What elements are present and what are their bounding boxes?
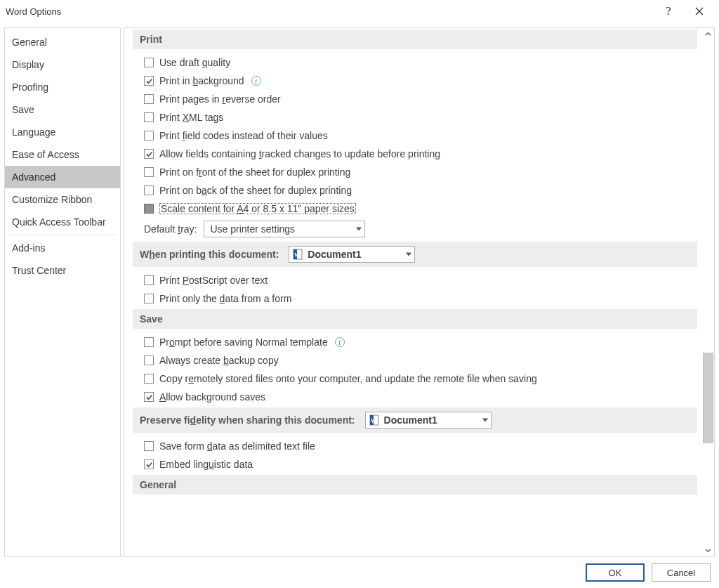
- opt-label: Print pages in reverse order: [159, 93, 281, 105]
- opt-label: Use draft quality: [159, 57, 230, 68]
- opt-only-form-data[interactable]: Print only the data from a form: [137, 289, 697, 308]
- section-header-printing-document: When printing this document: W Document1: [133, 242, 697, 267]
- checkbox-icon: [144, 337, 154, 347]
- opt-tracked-changes[interactable]: Allow fields containing tracked changes …: [137, 145, 697, 163]
- chevron-down-icon: [482, 419, 488, 422]
- printing-document-combo[interactable]: W Document1: [289, 246, 415, 263]
- section-title: When printing this document:: [140, 249, 279, 260]
- checkbox-icon: [144, 76, 154, 86]
- checkbox-icon: [144, 459, 154, 469]
- checkbox-icon: [144, 275, 154, 285]
- opt-draft-quality[interactable]: Use draft quality: [137, 53, 697, 72]
- combo-value: Use printer settings: [204, 223, 312, 235]
- opt-label: Save form data as delimited text file: [159, 440, 315, 452]
- opt-field-codes[interactable]: Print field codes instead of their value…: [137, 126, 697, 145]
- checkbox-icon: [144, 94, 154, 104]
- opt-label: Always create backup copy: [159, 355, 279, 366]
- checkbox-icon: [144, 112, 154, 122]
- word-document-icon: W: [292, 249, 303, 260]
- opt-embed-linguistic[interactable]: Embed linguistic data: [137, 455, 697, 473]
- section-header-fidelity: Preserve fidelity when sharing this docu…: [133, 407, 697, 433]
- scroll-up-icon[interactable]: [702, 28, 714, 40]
- opt-copy-remote[interactable]: Copy remotely stored files onto your com…: [137, 370, 697, 388]
- opt-backup-copy[interactable]: Always create backup copy: [137, 351, 697, 370]
- scroll-thumb[interactable]: [703, 353, 713, 443]
- opt-duplex-front[interactable]: Print on front of the sheet for duplex p…: [137, 163, 697, 181]
- sidebar-item-language[interactable]: Language: [5, 121, 120, 143]
- options-panel: Print Use draft quality Print in backgro…: [124, 27, 715, 557]
- info-icon[interactable]: i: [251, 76, 261, 86]
- opt-prompt-normal[interactable]: Prompt before saving Normal template i: [137, 333, 697, 351]
- combo-value: W Document1: [366, 414, 454, 426]
- sidebar-item-save[interactable]: Save: [5, 98, 120, 121]
- opt-print-xml-tags[interactable]: Print XML tags: [137, 108, 697, 126]
- opt-postscript[interactable]: Print PostScript over text: [137, 271, 697, 289]
- sidebar-item-display[interactable]: Display: [5, 53, 120, 76]
- default-tray-combo[interactable]: Use printer settings: [204, 221, 365, 237]
- checkbox-icon: [144, 204, 154, 214]
- scroll-track[interactable]: [702, 40, 714, 544]
- category-sidebar: General Display Proofing Save Language E…: [4, 27, 121, 557]
- sidebar-separator: [9, 235, 116, 235]
- svg-text:W: W: [371, 418, 376, 424]
- checkbox-icon: [144, 58, 154, 67]
- section-header-general: General: [133, 475, 697, 495]
- sidebar-item-add-ins[interactable]: Add-ins: [5, 237, 120, 259]
- checkbox-icon: [144, 131, 154, 141]
- dialog-footer: OK Cancel: [0, 557, 719, 588]
- checkbox-icon: [144, 374, 154, 384]
- scroll-down-icon[interactable]: [702, 544, 714, 556]
- sidebar-item-advanced[interactable]: Advanced: [5, 166, 120, 188]
- checkbox-icon: [144, 185, 154, 195]
- section-header-print: Print: [133, 30, 697, 49]
- opt-label: Print PostScript over text: [159, 275, 268, 286]
- opt-print-background[interactable]: Print in background i: [137, 72, 697, 90]
- sidebar-item-customize-ribbon[interactable]: Customize Ribbon: [5, 188, 120, 211]
- chevron-down-icon: [406, 253, 411, 256]
- combo-value: W Document1: [289, 249, 378, 260]
- checkbox-icon: [144, 294, 154, 303]
- word-document-icon: W: [369, 414, 380, 426]
- sidebar-item-proofing[interactable]: Proofing: [5, 76, 120, 98]
- vertical-scrollbar[interactable]: [702, 28, 714, 556]
- opt-duplex-back[interactable]: Print on back of the sheet for duplex pr…: [137, 181, 697, 200]
- opt-label: Print on front of the sheet for duplex p…: [159, 166, 350, 178]
- section-title: Preserve fidelity when sharing this docu…: [140, 414, 355, 426]
- opt-label: Allow background saves: [159, 391, 265, 403]
- default-tray-label: Default tray:: [144, 223, 197, 235]
- opt-label: Scale content for A4 or 8.5 x 11" paper …: [159, 203, 356, 214]
- close-icon[interactable]: [684, 1, 715, 22]
- sidebar-item-quick-access-toolbar[interactable]: Quick Access Toolbar: [5, 211, 120, 233]
- opt-scale-content[interactable]: Scale content for A4 or 8.5 x 11" paper …: [137, 200, 697, 218]
- opt-label: Print XML tags: [159, 112, 223, 123]
- opt-label: Print in background: [159, 75, 244, 86]
- opt-label: Copy remotely stored files onto your com…: [159, 373, 537, 384]
- section-header-save: Save: [133, 309, 697, 329]
- cancel-button[interactable]: Cancel: [652, 563, 711, 582]
- checkbox-icon: [144, 392, 154, 402]
- fidelity-document-combo[interactable]: W Document1: [365, 412, 492, 429]
- svg-text:W: W: [294, 252, 300, 259]
- titlebar: Word Options ?: [0, 0, 719, 22]
- opt-label: Print field codes instead of their value…: [159, 130, 328, 141]
- opt-label: Print only the data from a form: [159, 293, 291, 304]
- opt-reverse-order[interactable]: Print pages in reverse order: [137, 90, 697, 108]
- opt-label: Print on back of the sheet for duplex pr…: [159, 185, 352, 196]
- sidebar-item-trust-center[interactable]: Trust Center: [5, 259, 120, 282]
- opt-label: Prompt before saving Normal template: [159, 337, 328, 348]
- chevron-down-icon: [356, 228, 362, 231]
- sidebar-item-general[interactable]: General: [5, 31, 120, 53]
- ok-button[interactable]: OK: [586, 563, 645, 582]
- checkbox-icon: [144, 441, 154, 451]
- opt-label: Embed linguistic data: [159, 459, 253, 470]
- checkbox-icon: [144, 149, 154, 159]
- opt-background-saves[interactable]: Allow background saves: [137, 388, 697, 406]
- opt-save-form-data[interactable]: Save form data as delimited text file: [137, 437, 697, 455]
- sidebar-item-ease-of-access[interactable]: Ease of Access: [5, 143, 120, 166]
- checkbox-icon: [144, 167, 154, 177]
- info-icon[interactable]: i: [335, 337, 345, 347]
- opt-label: Allow fields containing tracked changes …: [159, 148, 440, 159]
- checkbox-icon: [144, 355, 154, 365]
- window-title: Word Options: [6, 6, 61, 17]
- help-icon[interactable]: ?: [653, 1, 684, 22]
